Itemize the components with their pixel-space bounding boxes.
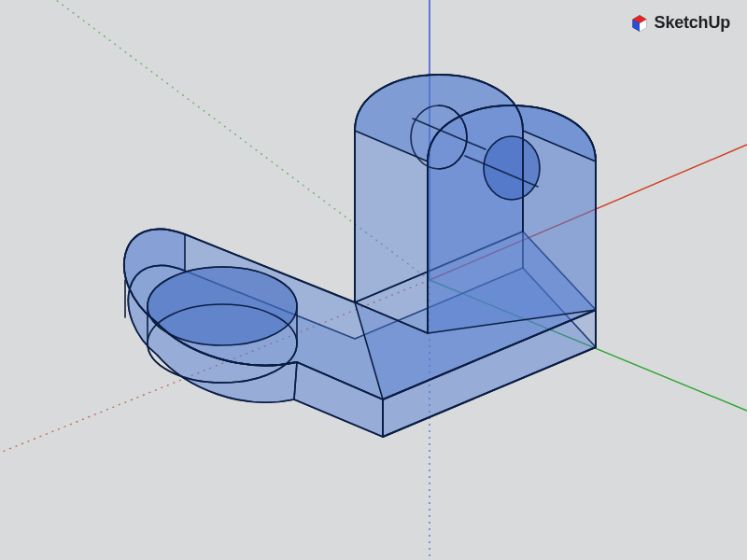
app-name-label: SketchUp bbox=[655, 13, 730, 33]
app-logo: SketchUp bbox=[630, 13, 730, 33]
bracket-model[interactable] bbox=[124, 75, 596, 437]
sketchup-viewport[interactable]: SketchUp bbox=[0, 0, 747, 560]
scene-svg[interactable] bbox=[0, 0, 747, 560]
sketchup-hex-icon bbox=[630, 14, 649, 33]
